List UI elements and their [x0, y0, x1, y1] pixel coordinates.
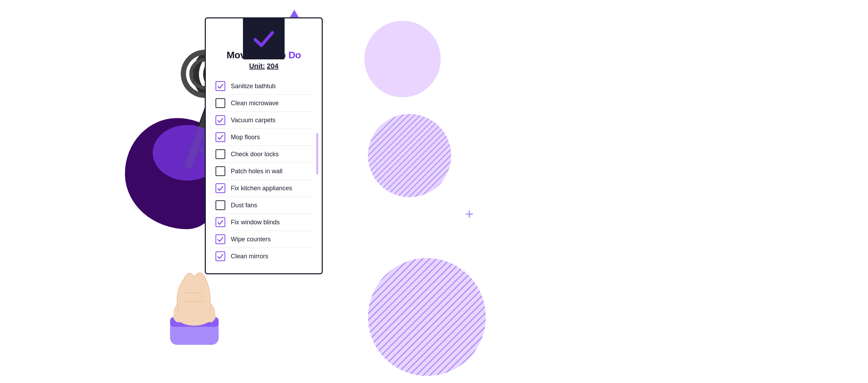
svg-point-5: [368, 258, 486, 376]
task-label-10: Wipe counters: [231, 236, 271, 243]
task-item: Dust fans: [216, 197, 312, 214]
task-label-11: Clean mirrors: [231, 253, 268, 260]
task-list: Sanitize bathtubClean microwave Vacuum c…: [216, 78, 312, 265]
task-label-5: Check door locks: [231, 151, 279, 158]
task-item: Clean microwave: [216, 95, 312, 112]
task-label-1: Sanitize bathtub: [231, 83, 276, 90]
checkbox-8[interactable]: [216, 200, 225, 210]
task-item: Wipe counters: [216, 231, 312, 248]
task-item: Sanitize bathtub: [216, 78, 312, 95]
scroll-indicator: [316, 133, 318, 175]
striped-circle-mid: [368, 114, 451, 197]
checkbox-1[interactable]: [216, 81, 225, 91]
unit-number: 204: [267, 62, 278, 70]
svg-point-2: [368, 114, 451, 197]
task-label-2: Clean microwave: [231, 100, 279, 107]
task-item: Mop floors: [216, 129, 312, 146]
task-item: Clean mirrors: [216, 248, 312, 265]
task-label-3: Vacuum carpets: [231, 117, 276, 124]
checkbox-5[interactable]: [216, 149, 225, 159]
checkbox-10[interactable]: [216, 234, 225, 244]
subtitle-label: Unit:: [249, 62, 265, 70]
checkbox-2[interactable]: [216, 98, 225, 108]
task-item: Fix window blinds: [216, 214, 312, 231]
task-label-4: Mop floors: [231, 134, 260, 141]
checkbox-7[interactable]: [216, 183, 225, 193]
task-label-8: Dust fans: [231, 202, 257, 209]
svg-point-0: [368, 114, 451, 197]
clipboard-notch: [243, 18, 285, 59]
circle-light-decoration: [364, 21, 441, 97]
checklist-card: Move Out: To Do Unit: 204 Sanitize batht…: [205, 17, 323, 274]
task-label-9: Fix window blinds: [231, 219, 280, 226]
svg-point-3: [368, 258, 486, 376]
plus-decoration-3: +: [465, 207, 474, 222]
checkbox-6[interactable]: [216, 166, 225, 176]
checkbox-11[interactable]: [216, 251, 225, 261]
circle-outline-decoration: [396, 131, 421, 156]
task-item: Vacuum carpets: [216, 112, 312, 129]
card-subtitle: Unit: 204: [216, 62, 312, 70]
checkbox-3[interactable]: [216, 115, 225, 125]
task-item: Check door locks: [216, 146, 312, 163]
task-label-7: Fix kitchen appliances: [231, 185, 292, 192]
task-item: Fix kitchen appliances: [216, 180, 312, 197]
striped-circle-large: [368, 258, 486, 376]
checkbox-4[interactable]: [216, 132, 225, 142]
main-scene: + + +: [0, 0, 868, 383]
task-item: Patch holes in wall: [216, 163, 312, 180]
task-label-6: Patch holes in wall: [231, 168, 283, 175]
checkbox-9[interactable]: [216, 217, 225, 227]
